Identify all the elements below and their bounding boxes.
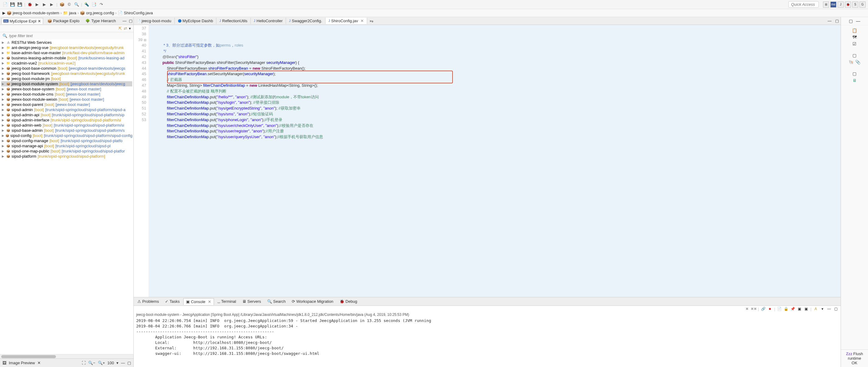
breadcrumb-file[interactable]: 📄 ShiroConfig.java bbox=[118, 11, 153, 15]
zoom-100-icon[interactable]: 100 bbox=[107, 361, 114, 365]
task-list-icon[interactable]: ☑ bbox=[852, 41, 857, 47]
debug-perspective-icon[interactable]: 🐞 bbox=[845, 2, 851, 8]
myeclipse-perspective-icon[interactable]: me bbox=[830, 2, 836, 8]
remove-launch-icon[interactable]: ✖ bbox=[745, 306, 749, 311]
filter-input[interactable] bbox=[9, 33, 131, 38]
project-tree-item[interactable]: ▶📦sipsd-admin-web [boot] [trunk/sipid-sp… bbox=[1, 123, 132, 128]
bottom-tab-workspace-migration[interactable]: ⟳Workspace Migration bbox=[289, 298, 336, 305]
open-type-icon[interactable]: 🔍 bbox=[74, 2, 79, 7]
scroll-lock-icon[interactable]: 🔒 bbox=[784, 306, 789, 311]
code-content[interactable]: * 3、部分过滤器可指定参数，如perms，roles */ @Bean("sh… bbox=[149, 25, 841, 297]
new-icon[interactable]: 📄 bbox=[2, 2, 8, 7]
project-tree-item[interactable]: ▶📦sipsd-platform [trunk/sipid-springclou… bbox=[1, 154, 132, 159]
quick-access-input[interactable] bbox=[788, 1, 819, 8]
more-tabs-button[interactable]: »₃ bbox=[367, 19, 376, 23]
pin-console-icon[interactable]: 📌 bbox=[790, 306, 795, 311]
new-class-icon[interactable]: © bbox=[67, 2, 72, 7]
project-tree-item[interactable]: ▶📦jeewx-boot-base-system [boot] [jeewx-b… bbox=[1, 86, 132, 92]
project-tree-item[interactable]: ▶📦sipsd-admin-api [boot] [trunk/sipid-sp… bbox=[1, 112, 132, 117]
restore-icon[interactable]: ▢ bbox=[848, 18, 854, 24]
editor-tab[interactable]: JReflectionUtils bbox=[216, 18, 251, 24]
clear-console-icon[interactable]: 📄 bbox=[777, 306, 782, 311]
project-tree-item[interactable]: ▶📦jeewx-boot-module-cms [boot] [jeewx-bo… bbox=[1, 92, 132, 97]
zoom-fit-icon[interactable]: ⛶ bbox=[82, 361, 86, 365]
save-all-icon[interactable]: 💾 bbox=[17, 2, 23, 7]
explorer-tab[interactable]: me MyEclipse Expl ✕ bbox=[1, 18, 43, 24]
minimize-icon[interactable]: — bbox=[122, 19, 126, 23]
minimize-icon[interactable]: — bbox=[826, 19, 833, 23]
save-icon[interactable]: 💾 bbox=[10, 2, 15, 7]
editor-tab[interactable]: JHelloController bbox=[251, 18, 286, 24]
search-icon[interactable]: 🔦 bbox=[84, 2, 89, 7]
terminate-icon[interactable]: ■ bbox=[767, 306, 772, 311]
java-perspective-icon[interactable]: J bbox=[838, 2, 844, 8]
project-tree-item[interactable]: ▶📦sipsd-admin [boot] [trunk/sipid-spring… bbox=[1, 107, 132, 112]
close-icon[interactable]: ✕ bbox=[38, 19, 41, 23]
step-icon[interactable]: ↷ bbox=[98, 2, 104, 7]
project-tree-item[interactable]: ▶📦jeecg-boot-framework [jeecgboot-team/d… bbox=[1, 71, 132, 76]
svn-perspective-icon[interactable]: S bbox=[852, 2, 858, 8]
editor-tab[interactable]: JShiroConfig.jav✕ bbox=[326, 18, 367, 24]
maximize-icon[interactable]: ▢ bbox=[833, 19, 841, 23]
breadcrumb-project[interactable]: ▶ 📦 jeecg-boot-module-system bbox=[2, 11, 59, 15]
close-icon[interactable]: ✕ bbox=[37, 361, 41, 365]
horizontal-scrollbar[interactable] bbox=[0, 354, 133, 359]
project-tree-item[interactable]: ▶📦sipsd-one-map-public [boot] [trunk/sip… bbox=[1, 148, 132, 154]
project-tree-item[interactable]: ▶📦jeewx-boot-parent [boot] [jeewx-boot m… bbox=[1, 102, 132, 107]
project-tree-item[interactable]: ▶📁cicadmin-vue2 [truck/cicadmin-vue2] bbox=[1, 61, 132, 66]
view-menu-icon[interactable]: ▾ bbox=[116, 361, 119, 365]
type-hierarchy-tab[interactable]: 🌳 Type Hierarch bbox=[84, 18, 118, 24]
minimap-icon[interactable]: 🗺 bbox=[852, 34, 857, 40]
ansi-icon[interactable]: A bbox=[813, 306, 818, 311]
display-selected-icon[interactable]: ▣ bbox=[797, 306, 802, 311]
minimize-icon[interactable]: — bbox=[121, 361, 125, 365]
servers-icon[interactable]: 🖥 bbox=[852, 78, 857, 83]
project-tree-item[interactable]: ▶📦jeecg-boot-module-system [boot] [jeecg… bbox=[1, 81, 132, 86]
project-tree[interactable]: ▶⚠RESTful Web Services▶📁ant-design-jeecg… bbox=[0, 39, 133, 354]
git-perspective-icon[interactable]: G bbox=[860, 2, 866, 8]
run-icon[interactable]: ▶ bbox=[34, 2, 40, 7]
project-tree-item[interactable]: ▶📦jeecg-boot-module-jm [boot] bbox=[1, 76, 132, 81]
project-tree-item[interactable]: ▶📁base-admin-fast-vue-master [trunk/fast… bbox=[1, 50, 132, 55]
bottom-tab-debug[interactable]: 🐞Debug bbox=[337, 298, 360, 305]
link-icon[interactable]: 🔗 bbox=[761, 306, 766, 311]
project-tree-item[interactable]: ▶📦business-leasing-admin-mobile [boot] [… bbox=[1, 55, 132, 61]
zoom-out-icon[interactable]: 🔍− bbox=[88, 361, 95, 365]
package-explorer-tab[interactable]: 📦 Package Explo bbox=[45, 18, 82, 24]
snippets-icon[interactable]: 📎 bbox=[855, 59, 861, 65]
project-tree-item[interactable]: ▶📦jeewx-boot-module-weixin [boot] [jeewx… bbox=[1, 97, 132, 102]
view-menu-icon[interactable]: ▾ bbox=[129, 26, 131, 31]
outline-icon[interactable]: 📋 bbox=[852, 28, 857, 33]
project-tree-item[interactable]: ▶📦sipsd-admin-interface [trunk/sipid-spr… bbox=[1, 117, 132, 123]
project-tree-item[interactable]: ▶📁ant-design-jeecg-vue [jeecgboot-team/d… bbox=[1, 45, 132, 50]
maximize-icon[interactable]: ▢ bbox=[833, 306, 838, 311]
run-last-icon[interactable]: ▶ bbox=[42, 2, 47, 7]
editor-tab[interactable]: JSwagger2Config. bbox=[286, 18, 326, 24]
zoom-in-icon[interactable]: 🔍+ bbox=[98, 361, 105, 365]
maximize-icon[interactable]: ▢ bbox=[127, 361, 131, 365]
open-console-icon[interactable]: ▣ bbox=[804, 306, 809, 311]
bottom-tab-terminal[interactable]: ⎵Terminal bbox=[215, 298, 239, 305]
debug-icon[interactable]: 🐞 bbox=[27, 2, 33, 7]
remove-all-icon[interactable]: ✖✖ bbox=[751, 306, 756, 311]
new-project-icon[interactable]: 📦 bbox=[59, 2, 65, 7]
coverage-icon[interactable]: ▶ bbox=[49, 2, 54, 7]
bottom-tab-tasks[interactable]: ✓Tasks bbox=[163, 298, 182, 305]
bottom-tab-servers[interactable]: 🖥Servers bbox=[240, 298, 264, 305]
breadcrumb-src[interactable]: 📁 java bbox=[63, 11, 76, 15]
project-tree-item[interactable]: ▶📦sipsd-base-admin [boot] [trunk/sipid-s… bbox=[1, 128, 132, 133]
maximize-icon[interactable]: ▢ bbox=[129, 19, 132, 23]
link-editor-icon[interactable]: ⇄ bbox=[124, 26, 127, 31]
collapse-all-icon[interactable]: ⇱ bbox=[119, 26, 122, 31]
editor-tab[interactable]: 📄jeecg-boot-modu bbox=[134, 18, 175, 24]
minimize-icon[interactable]: — bbox=[827, 306, 832, 311]
toggle-mark-icon[interactable]: 📑 bbox=[91, 2, 97, 7]
close-icon[interactable]: ✕ bbox=[361, 19, 364, 23]
bottom-tab-problems[interactable]: ⚠Problems bbox=[135, 298, 161, 305]
close-icon[interactable]: ✕ bbox=[208, 300, 211, 304]
project-tree-item[interactable]: ▶📦sipsd-config [boot] [trunk/sipid-sprin… bbox=[1, 133, 132, 138]
flush-runtime-panel[interactable]: Zzz Flush runtime OK bbox=[841, 349, 868, 367]
open-perspective-icon[interactable]: ⊞ bbox=[823, 2, 829, 8]
restore-icon[interactable]: ▢ bbox=[852, 71, 857, 76]
restore-icon[interactable]: ▢ bbox=[852, 53, 857, 58]
